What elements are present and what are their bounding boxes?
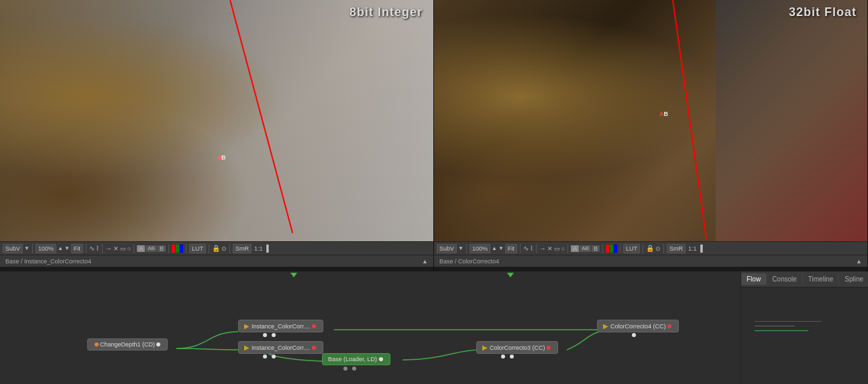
left-filmstrip-icon[interactable]: ▐ bbox=[264, 245, 269, 252]
right-axe-overlay bbox=[716, 0, 867, 241]
rsep4 bbox=[567, 244, 568, 253]
node-colorcorrector3[interactable]: ▶ ColorCorrecto3 (CC) bbox=[476, 341, 558, 354]
left-status-bar: Base / Instance_ColorCorrecto4 ▲ bbox=[0, 255, 433, 267]
right-filmstrip-icon[interactable]: ▐ bbox=[698, 245, 703, 252]
left-b-btn[interactable]: B bbox=[158, 245, 166, 252]
left-a-btn[interactable]: A bbox=[137, 245, 145, 252]
left-render-icon[interactable]: ⊙ bbox=[221, 245, 227, 252]
left-lock-icon[interactable]: 🔒 bbox=[212, 245, 220, 252]
right-zoom-arrow2: ▼ bbox=[498, 245, 504, 251]
right-subview-arrow: ▼ bbox=[458, 245, 464, 251]
dot-2 bbox=[272, 333, 276, 337]
node-instance-color2[interactable]: ▶ Instance_ColorCorr.... bbox=[238, 341, 323, 354]
left-status-arrow: ▲ bbox=[422, 258, 428, 265]
node-editor[interactable]: ChangeDepth1 (CD) ▶ Instance_ColorCorr..… bbox=[0, 271, 741, 384]
right-wave-icon: ∿ bbox=[523, 245, 529, 252]
right-ab-btn[interactable]: AB bbox=[580, 245, 591, 252]
node-label-base: Base (Loader, LD) bbox=[328, 356, 377, 363]
node-inst2-bottom-dots bbox=[262, 355, 277, 359]
bottom-area: ChangeDepth1 (CD) ▶ Instance_ColorCorr..… bbox=[0, 271, 868, 384]
right-viewport-label: 32bit Float bbox=[789, 5, 857, 19]
right-render-icon[interactable]: ⊙ bbox=[655, 245, 661, 252]
left-viewport[interactable]: ◀B 8bit Integer SubV ▼ 100% ▲ ▼ Fit ∿ ⌇ … bbox=[0, 0, 434, 271]
dot-b2 bbox=[352, 367, 356, 371]
dot-c1 bbox=[501, 355, 505, 359]
node-instance-color1[interactable]: ▶ Instance_ColorCorr.... bbox=[238, 320, 323, 332]
node-inst1-bottom-dots bbox=[262, 333, 277, 337]
node-arrow-cc4: ▶ bbox=[603, 322, 608, 330]
right-toolbar: SubV ▼ 100% ▲ ▼ Fit ∿ ⌇ → ✕ ▭ ○ A AB B bbox=[434, 241, 867, 255]
tab-console[interactable]: Console bbox=[767, 273, 803, 285]
dot-c2 bbox=[510, 355, 514, 359]
node-colorcorrector4[interactable]: ▶ ColorCorrecto4 (CC) bbox=[597, 320, 679, 332]
node-editor-canvas[interactable]: ChangeDepth1 (CD) ▶ Instance_ColorCorr..… bbox=[0, 271, 741, 372]
dot-1 bbox=[263, 333, 267, 337]
right-smr-btn[interactable]: SmR bbox=[667, 244, 686, 253]
node-arrow-cc3: ▶ bbox=[482, 344, 488, 351]
node-label-instance1: Instance_ColorCorr.... bbox=[252, 323, 311, 330]
tab-spline[interactable]: Spline bbox=[839, 273, 868, 285]
right-bar-b bbox=[614, 245, 617, 253]
right-color-bars bbox=[606, 245, 617, 253]
node-label-cc3: ColorCorrecto3 (CC) bbox=[490, 344, 545, 351]
right-ratio: 1:1 bbox=[688, 245, 697, 252]
right-panel-tabs: Flow Console Timeline Spline ℹ bbox=[741, 271, 868, 287]
left-subview-btn[interactable]: SubV bbox=[3, 244, 23, 253]
right-a-btn[interactable]: A bbox=[571, 245, 579, 252]
left-zoom-btn[interactable]: 100% bbox=[36, 244, 56, 253]
node-arrow-inst2: ▶ bbox=[244, 344, 250, 351]
right-scene-image: AB bbox=[434, 0, 867, 241]
right-b-btn[interactable]: B bbox=[592, 245, 600, 252]
right-zoom-arrow: ▲ bbox=[492, 245, 497, 251]
left-lut-btn[interactable]: LUT bbox=[189, 244, 206, 253]
node-dot-inst1-out bbox=[312, 324, 316, 328]
left-zoom-arrow: ▲ bbox=[58, 245, 63, 251]
left-bar-r bbox=[172, 245, 175, 253]
dot-4 bbox=[272, 355, 276, 359]
left-ab-box: A AB B bbox=[137, 245, 166, 252]
left-ab-btn[interactable]: AB bbox=[146, 245, 157, 252]
right-lock-icon[interactable]: 🔒 bbox=[646, 245, 654, 252]
right-rect-icon[interactable]: ▭ bbox=[554, 245, 560, 252]
left-pointer-icon[interactable]: → bbox=[105, 245, 112, 252]
node-dot-cc4-out bbox=[667, 324, 671, 328]
tab-flow[interactable]: Flow bbox=[741, 273, 767, 285]
left-rect-icon[interactable]: ▭ bbox=[120, 245, 126, 252]
left-viewport-canvas: ◀B 8bit Integer bbox=[0, 0, 433, 241]
tab-timeline[interactable]: Timeline bbox=[803, 273, 839, 285]
right-red-line bbox=[672, 0, 707, 239]
left-smr-btn[interactable]: SmR bbox=[233, 244, 252, 253]
left-viewport-label: 8bit Integer bbox=[349, 5, 423, 19]
left-tool-icon[interactable]: ✕ bbox=[113, 245, 119, 252]
left-color-bars bbox=[172, 245, 183, 253]
right-tool-icon[interactable]: ✕ bbox=[547, 245, 553, 252]
right-pointer-icon[interactable]: → bbox=[539, 245, 546, 252]
right-circle-icon[interactable]: ○ bbox=[561, 245, 565, 252]
left-circle-icon[interactable]: ○ bbox=[127, 245, 131, 252]
left-bar-g bbox=[176, 245, 179, 253]
left-fit-btn[interactable]: Fit bbox=[71, 244, 83, 253]
right-zoom-btn[interactable]: 100% bbox=[470, 244, 490, 253]
right-status-text: Base / ColorCorrecto4 bbox=[439, 258, 499, 265]
rsep8 bbox=[663, 244, 664, 253]
node-changedepth1[interactable]: ChangeDepth1 (CD) bbox=[87, 338, 168, 350]
node-base-loader[interactable]: Base (Loader, LD) bbox=[322, 353, 390, 365]
line3 bbox=[755, 330, 808, 331]
right-fit-btn[interactable]: Fit bbox=[505, 244, 517, 253]
sep7 bbox=[209, 244, 209, 253]
right-panel-content bbox=[741, 287, 868, 384]
right-ab-marker: AB bbox=[659, 111, 668, 117]
left-status-text: Base / Instance_ColorCorrecto4 bbox=[5, 258, 91, 265]
node-dot-changedepth bbox=[95, 342, 99, 346]
right-bar-g bbox=[610, 245, 613, 253]
right-ab-box: A AB B bbox=[571, 245, 600, 252]
node-dot-inst2-out bbox=[312, 346, 316, 350]
right-subview-btn[interactable]: SubV bbox=[437, 244, 457, 253]
left-subview-arrow: ▼ bbox=[24, 245, 30, 251]
node-base-bottom-dots bbox=[342, 367, 358, 371]
right-lut-btn[interactable]: LUT bbox=[623, 244, 640, 253]
node-label-changedepth: ChangeDepth1 (CD) bbox=[100, 341, 155, 348]
node-dot-changedepth-out bbox=[156, 342, 160, 346]
rsep6 bbox=[620, 244, 620, 253]
right-viewport[interactable]: AB 32bit Float SubV ▼ 100% ▲ ▼ Fit ∿ ⌇ →… bbox=[434, 0, 868, 271]
